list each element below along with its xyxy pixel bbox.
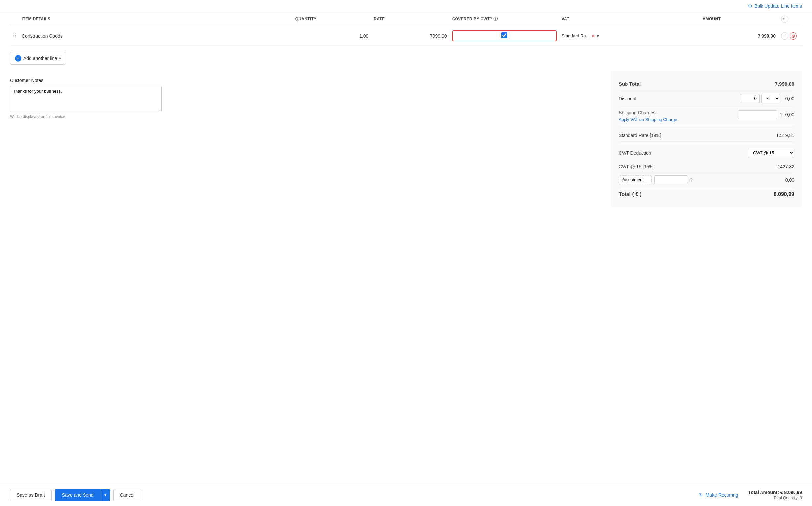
discount-type-select[interactable]: % flat bbox=[761, 94, 780, 103]
vat-clear-icon[interactable]: ✕ bbox=[592, 33, 595, 38]
vat-cell: Standard Ra... ✕ ▾ bbox=[559, 26, 700, 46]
shipping-row: Shipping Charges Apply VAT on Shipping C… bbox=[618, 107, 794, 126]
table-row: ⠿ Construction Goods 1.00 7999.00 bbox=[10, 26, 802, 46]
bulk-update-label: Bulk Update Line Items bbox=[754, 3, 802, 9]
th-rate: RATE bbox=[371, 12, 449, 26]
left-section: Customer Notes Thanks for your business.… bbox=[10, 71, 601, 207]
top-bar: ⚙ Bulk Update Line Items bbox=[0, 0, 812, 12]
adjustment-help-icon[interactable]: ? bbox=[690, 177, 692, 183]
footer-bar: Save as Draft Save and Send ▾ Cancel ↻ M… bbox=[0, 484, 812, 506]
th-quantity: QUANTITY bbox=[293, 12, 371, 26]
item-name: Construction Goods bbox=[22, 33, 63, 38]
discount-inputs: % flat bbox=[740, 94, 780, 103]
add-line-icon: + bbox=[15, 55, 21, 62]
row-delete-btn[interactable]: ⊗ bbox=[790, 32, 797, 39]
cwt-deduction-select[interactable]: CWT @ 15 bbox=[748, 148, 794, 158]
add-line-label: Add another line bbox=[23, 56, 57, 61]
total-label: Total ( € ) bbox=[618, 191, 642, 197]
row-actions-cell: ⋯ ⊗ bbox=[778, 26, 802, 46]
cwt-info-icon[interactable]: ⓘ bbox=[494, 16, 498, 21]
customer-notes-label: Customer Notes bbox=[10, 78, 601, 83]
shipping-charge-input[interactable] bbox=[738, 110, 777, 119]
th-amount: AMOUNT bbox=[700, 12, 778, 26]
add-line-chevron-icon: ▾ bbox=[59, 56, 61, 61]
subtotal-row: Sub Total 7.999,00 bbox=[618, 78, 794, 90]
shipping-label-col: Shipping Charges Apply VAT on Shipping C… bbox=[618, 110, 677, 123]
standard-rate-row: Standard Rate [19%] 1.519,81 bbox=[618, 129, 794, 142]
cwt-rate-label: CWT @ 15 [15%] bbox=[618, 164, 655, 169]
main-content: ITEM DETAILS QUANTITY RATE COVERED BY CW… bbox=[0, 12, 812, 484]
make-recurring-label: Make Recurring bbox=[706, 493, 738, 498]
discount-amount-input[interactable] bbox=[740, 94, 759, 103]
rate-cell: 7999.00 bbox=[371, 26, 449, 46]
line-items-table: ITEM DETAILS QUANTITY RATE COVERED BY CW… bbox=[10, 12, 802, 46]
make-recurring-button[interactable]: ↻ Make Recurring bbox=[699, 493, 738, 498]
add-another-line-button[interactable]: + Add another line ▾ bbox=[10, 52, 66, 65]
adjustment-inputs: ? bbox=[618, 175, 692, 184]
adjustment-value: 0,00 bbox=[785, 177, 794, 183]
th-covered-by-cwt: COVERED BY CWT? ⓘ bbox=[450, 12, 559, 26]
cwt-deduction-row: CWT Deduction CWT @ 15 bbox=[618, 145, 794, 161]
bottom-section: Customer Notes Thanks for your business.… bbox=[10, 71, 802, 207]
row-actions: ⋯ ⊗ bbox=[781, 32, 800, 39]
cwt-rate-row: CWT @ 15 [15%] -1427.82 bbox=[618, 161, 794, 172]
save-as-draft-button[interactable]: Save as Draft bbox=[10, 489, 52, 501]
rate-value: 7999.00 bbox=[430, 33, 447, 38]
subtotal-value: 7.999,00 bbox=[775, 81, 794, 87]
apply-vat-link[interactable]: Apply VAT on Shipping Charge bbox=[618, 117, 677, 123]
discount-label: Discount bbox=[618, 96, 637, 101]
recurring-icon: ↻ bbox=[699, 493, 703, 498]
shipping-help-icon[interactable]: ? bbox=[780, 112, 783, 117]
shipping-label: Shipping Charges bbox=[618, 110, 677, 115]
drag-handle-cell[interactable]: ⠿ bbox=[10, 26, 19, 46]
cancel-button[interactable]: Cancel bbox=[113, 489, 142, 501]
item-name-cell: Construction Goods bbox=[19, 26, 293, 46]
notes-hint: Will be displayed on the invoice bbox=[10, 114, 601, 119]
th-vat: VAT bbox=[559, 12, 700, 26]
th-actions: ⋯ bbox=[778, 12, 802, 26]
save-and-send-group: Save and Send ▾ bbox=[55, 489, 110, 501]
quantity-cell: 1.00 bbox=[293, 26, 371, 46]
right-section: Sub Total 7.999,00 Discount % flat bbox=[611, 71, 802, 207]
page-wrapper: ⚙ Bulk Update Line Items ITEM DETAILS QU… bbox=[0, 0, 812, 506]
total-summary: Total Amount: € 8.090,99 Total Quantity:… bbox=[748, 490, 802, 500]
customer-notes-textarea[interactable]: Thanks for your business. bbox=[10, 86, 162, 112]
save-and-send-arrow-button[interactable]: ▾ bbox=[101, 489, 110, 501]
subtotal-label: Sub Total bbox=[618, 81, 641, 87]
th-drag bbox=[10, 12, 19, 26]
vat-label: Standard Ra... bbox=[562, 33, 590, 38]
cwt-highlight-box bbox=[452, 30, 557, 41]
total-quantity-display: Total Quantity: 0 bbox=[748, 496, 802, 500]
th-actions-btn[interactable]: ⋯ bbox=[781, 15, 788, 23]
adjustment-row: ? 0,00 bbox=[618, 172, 794, 188]
standard-rate-label: Standard Rate [19%] bbox=[618, 133, 661, 138]
drag-handle-icon[interactable]: ⠿ bbox=[12, 33, 16, 38]
save-and-send-button[interactable]: Save and Send bbox=[55, 489, 101, 501]
row-options-btn[interactable]: ⋯ bbox=[781, 32, 788, 39]
shipping-inputs: ? bbox=[738, 110, 783, 119]
footer-right: ↻ Make Recurring Total Amount: € 8.090,9… bbox=[699, 490, 802, 500]
cwt-cell bbox=[450, 26, 559, 46]
cwt-checkbox[interactable] bbox=[501, 32, 507, 38]
adjustment-value-input[interactable] bbox=[654, 175, 687, 184]
summary-panel: Sub Total 7.999,00 Discount % flat bbox=[611, 71, 802, 207]
bulk-update-link[interactable]: ⚙ Bulk Update Line Items bbox=[748, 3, 802, 9]
total-value: 8.090,99 bbox=[774, 191, 794, 197]
th-item-details: ITEM DETAILS bbox=[19, 12, 293, 26]
amount-value: 7.999,00 bbox=[758, 33, 776, 38]
standard-rate-value: 1.519,81 bbox=[777, 133, 795, 138]
discount-value: 0,00 bbox=[785, 96, 794, 101]
cwt-deduction-label: CWT Deduction bbox=[618, 150, 651, 156]
discount-row: Discount % flat 0,00 bbox=[618, 90, 794, 107]
footer-left: Save as Draft Save and Send ▾ Cancel bbox=[10, 489, 141, 501]
customer-notes-section: Customer Notes Thanks for your business.… bbox=[10, 78, 601, 119]
shipping-value: 0,00 bbox=[785, 112, 794, 117]
gear-icon: ⚙ bbox=[748, 3, 752, 9]
vat-dropdown-icon[interactable]: ▾ bbox=[597, 33, 599, 38]
amount-cell: 7.999,00 bbox=[700, 26, 778, 46]
cwt-rate-value: -1427.82 bbox=[776, 164, 794, 169]
adjustment-label-input[interactable] bbox=[618, 175, 652, 184]
total-amount-display: Total Amount: € 8.090,99 bbox=[748, 490, 802, 495]
total-row: Total ( € ) 8.090,99 bbox=[618, 188, 794, 200]
quantity-value: 1.00 bbox=[360, 33, 368, 38]
